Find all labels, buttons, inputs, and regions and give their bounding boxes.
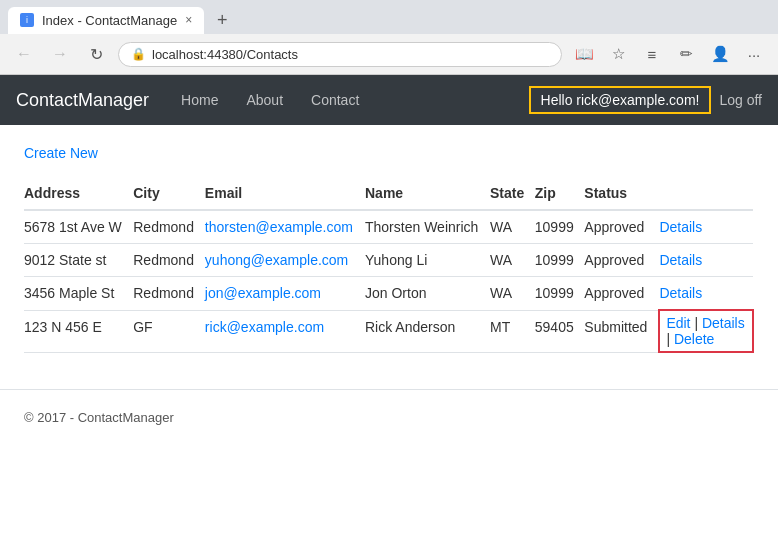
tab-favicon: i: [20, 13, 34, 27]
bookmark-icon[interactable]: ☆: [604, 40, 632, 68]
col-zip: Zip: [535, 177, 585, 210]
col-email: Email: [205, 177, 365, 210]
table-header-row: Address City Email Name State Zip Status: [24, 177, 753, 210]
cell-address: 5678 1st Ave W: [24, 210, 133, 244]
details-link[interactable]: Details: [702, 315, 745, 331]
tab-bar: i Index - ContactManage × +: [0, 0, 778, 34]
cell-name: Jon Orton: [365, 277, 490, 311]
menu-icon[interactable]: ≡: [638, 40, 666, 68]
tab-title: Index - ContactManage: [42, 13, 177, 28]
refresh-button[interactable]: ↻: [82, 40, 110, 68]
cell-state: WA: [490, 277, 535, 311]
cell-name: Rick Anderson: [365, 310, 490, 352]
annotate-icon[interactable]: ✏: [672, 40, 700, 68]
cell-zip: 59405: [535, 310, 585, 352]
user-greeting: Hello rick@example.com!: [529, 86, 712, 114]
col-name: Name: [365, 177, 490, 210]
details-link[interactable]: Details: [659, 219, 702, 235]
cell-status: Approved: [584, 210, 659, 244]
new-tab-button[interactable]: +: [208, 6, 236, 34]
col-city: City: [133, 177, 205, 210]
app-navbar: ContactManager Home About Contact Hello …: [0, 75, 778, 125]
cell-email: jon@example.com: [205, 277, 365, 311]
cell-address: 123 N 456 E: [24, 310, 133, 352]
cell-actions: Details: [659, 210, 753, 244]
details-link[interactable]: Details: [659, 285, 702, 301]
back-button[interactable]: ←: [10, 40, 38, 68]
footer-text: © 2017 - ContactManager: [24, 410, 174, 425]
main-content: Create New Address City Email Name State…: [0, 125, 778, 373]
address-bar[interactable]: 🔒 localhost:44380/Contacts: [118, 42, 562, 67]
reader-icon[interactable]: 📖: [570, 40, 598, 68]
cell-state: WA: [490, 244, 535, 277]
toolbar-icons: 📖 ☆ ≡ ✏ 👤 ···: [570, 40, 768, 68]
cell-city: Redmond: [133, 244, 205, 277]
cell-zip: 10999: [535, 210, 585, 244]
footer: © 2017 - ContactManager: [0, 389, 778, 445]
table-row: 3456 Maple StRedmondjon@example.comJon O…: [24, 277, 753, 311]
cell-status: Approved: [584, 277, 659, 311]
nav-home[interactable]: Home: [169, 84, 230, 116]
details-link[interactable]: Details: [659, 252, 702, 268]
app-nav-right: Hello rick@example.com! Log off: [529, 86, 762, 114]
app-nav: Home About Contact: [169, 84, 371, 116]
address-text: localhost:44380/Contacts: [152, 47, 298, 62]
delete-link[interactable]: Delete: [674, 331, 714, 347]
forward-button[interactable]: →: [46, 40, 74, 68]
contacts-table: Address City Email Name State Zip Status…: [24, 177, 754, 353]
cell-zip: 10999: [535, 277, 585, 311]
email-link[interactable]: thorsten@example.com: [205, 219, 353, 235]
profile-icon[interactable]: 👤: [706, 40, 734, 68]
cell-actions: Details: [659, 244, 753, 277]
cell-name: Yuhong Li: [365, 244, 490, 277]
active-tab[interactable]: i Index - ContactManage ×: [8, 7, 204, 34]
col-status: Status: [584, 177, 659, 210]
cell-email: rick@example.com: [205, 310, 365, 352]
cell-city: Redmond: [133, 210, 205, 244]
edit-link[interactable]: Edit: [666, 315, 690, 331]
cell-zip: 10999: [535, 244, 585, 277]
table-row: 5678 1st Ave WRedmondthorsten@example.co…: [24, 210, 753, 244]
email-link[interactable]: yuhong@example.com: [205, 252, 348, 268]
table-row: 9012 State stRedmondyuhong@example.comYu…: [24, 244, 753, 277]
nav-about[interactable]: About: [234, 84, 295, 116]
browser-chrome: i Index - ContactManage × + ← → ↻ 🔒 loca…: [0, 0, 778, 75]
log-off-button[interactable]: Log off: [719, 92, 762, 108]
cell-address: 3456 Maple St: [24, 277, 133, 311]
col-actions: [659, 177, 753, 210]
browser-toolbar: ← → ↻ 🔒 localhost:44380/Contacts 📖 ☆ ≡ ✏…: [0, 34, 778, 74]
cell-address: 9012 State st: [24, 244, 133, 277]
cell-email: yuhong@example.com: [205, 244, 365, 277]
cell-actions: Edit | Details| Delete: [659, 310, 753, 352]
email-link[interactable]: jon@example.com: [205, 285, 321, 301]
col-address: Address: [24, 177, 133, 210]
tab-close-button[interactable]: ×: [185, 13, 192, 27]
cell-name: Thorsten Weinrich: [365, 210, 490, 244]
cell-status: Submitted: [584, 310, 659, 352]
cell-state: WA: [490, 210, 535, 244]
nav-contact[interactable]: Contact: [299, 84, 371, 116]
email-link[interactable]: rick@example.com: [205, 319, 324, 335]
table-row: 123 N 456 EGFrick@example.comRick Anders…: [24, 310, 753, 352]
create-new-link[interactable]: Create New: [24, 145, 98, 161]
cell-state: MT: [490, 310, 535, 352]
cell-city: GF: [133, 310, 205, 352]
app-brand: ContactManager: [16, 90, 149, 111]
cell-city: Redmond: [133, 277, 205, 311]
lock-icon: 🔒: [131, 47, 146, 61]
cell-actions: Details: [659, 277, 753, 311]
more-icon[interactable]: ···: [740, 40, 768, 68]
cell-status: Approved: [584, 244, 659, 277]
col-state: State: [490, 177, 535, 210]
cell-email: thorsten@example.com: [205, 210, 365, 244]
